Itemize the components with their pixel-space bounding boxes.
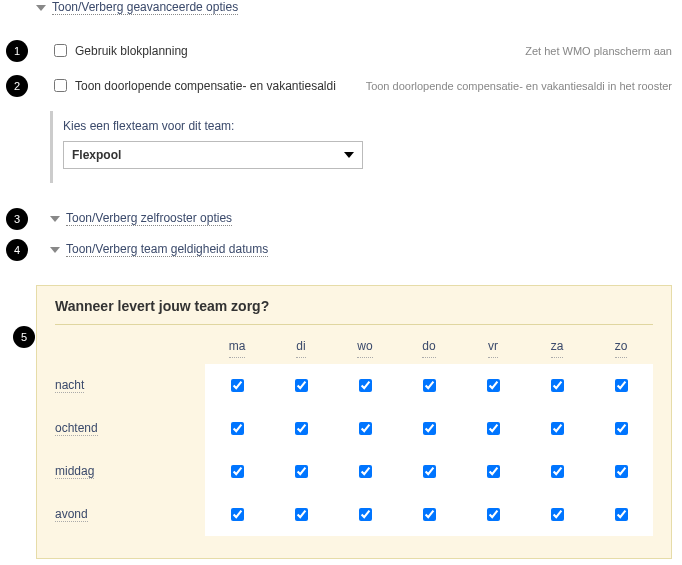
option-compensation: 2 Toon doorlopende compensatie- en vakan… xyxy=(0,68,682,103)
caret-down-icon xyxy=(36,5,46,11)
selfroster-toggle[interactable]: Toon/Verberg zelfrooster opties xyxy=(50,211,232,226)
cb-ochtend-ma[interactable] xyxy=(231,422,244,435)
period-nacht[interactable]: nacht xyxy=(55,378,84,393)
cb-middag-di[interactable] xyxy=(295,465,308,478)
block-planning-hint: Zet het WMO planscherm aan xyxy=(525,45,672,57)
day-header-za[interactable]: za xyxy=(551,335,564,358)
step-badge-5: 5 xyxy=(13,326,35,348)
cb-ochtend-vr[interactable] xyxy=(487,422,500,435)
chevron-down-icon xyxy=(344,152,354,158)
cb-ochtend-za[interactable] xyxy=(551,422,564,435)
day-header-ma[interactable]: ma xyxy=(229,335,246,358)
cb-nacht-wo[interactable] xyxy=(359,379,372,392)
cb-nacht-do[interactable] xyxy=(423,379,436,392)
option-block-planning: 1 Gebruik blokplanning Zet het WMO plans… xyxy=(0,33,682,68)
advanced-toggle-label: Toon/Verberg geavanceerde opties xyxy=(52,0,238,15)
day-header-di[interactable]: di xyxy=(296,335,305,358)
block-planning-checkbox[interactable] xyxy=(54,44,67,57)
cb-avond-di[interactable] xyxy=(295,508,308,521)
compensation-checkbox[interactable] xyxy=(54,79,67,92)
period-avond[interactable]: avond xyxy=(55,507,88,522)
advanced-toggle[interactable]: Toon/Verberg geavanceerde opties xyxy=(36,0,682,15)
cb-nacht-za[interactable] xyxy=(551,379,564,392)
selfroster-toggle-label: Toon/Verberg zelfrooster opties xyxy=(66,211,232,226)
care-schedule-panel: 5 Wanneer levert jouw team zorg? ma di w… xyxy=(36,285,672,559)
cb-middag-zo[interactable] xyxy=(615,465,628,478)
cb-middag-za[interactable] xyxy=(551,465,564,478)
period-middag[interactable]: middag xyxy=(55,464,94,479)
cb-avond-za[interactable] xyxy=(551,508,564,521)
compensation-label: Toon doorlopende compensatie- en vakanti… xyxy=(75,79,336,93)
cb-middag-wo[interactable] xyxy=(359,465,372,478)
step-badge-3: 3 xyxy=(6,208,28,230)
validity-toggle[interactable]: Toon/Verberg team geldigheid datums xyxy=(50,242,268,257)
cb-ochtend-do[interactable] xyxy=(423,422,436,435)
day-header-do[interactable]: do xyxy=(422,335,435,358)
day-header-zo[interactable]: zo xyxy=(615,335,628,358)
day-header-vr[interactable]: vr xyxy=(488,335,498,358)
cb-avond-zo[interactable] xyxy=(615,508,628,521)
step-badge-1: 1 xyxy=(6,40,28,62)
compensation-hint: Toon doorlopende compensatie- en vakanti… xyxy=(366,80,672,92)
cb-avond-do[interactable] xyxy=(423,508,436,521)
cb-nacht-zo[interactable] xyxy=(615,379,628,392)
cb-middag-vr[interactable] xyxy=(487,465,500,478)
panel-title: Wanneer levert jouw team zorg? xyxy=(55,298,653,325)
validity-toggle-label: Toon/Verberg team geldigheid datums xyxy=(66,242,268,257)
flexteam-select[interactable]: Flexpool xyxy=(63,141,363,169)
block-planning-label: Gebruik blokplanning xyxy=(75,44,188,58)
step-badge-2: 2 xyxy=(6,75,28,97)
cb-nacht-vr[interactable] xyxy=(487,379,500,392)
cb-avond-wo[interactable] xyxy=(359,508,372,521)
day-header-wo[interactable]: wo xyxy=(357,335,372,358)
cb-middag-ma[interactable] xyxy=(231,465,244,478)
cb-ochtend-wo[interactable] xyxy=(359,422,372,435)
validity-toggle-row: 4 Toon/Verberg team geldigheid datums xyxy=(0,234,682,265)
period-ochtend[interactable]: ochtend xyxy=(55,421,98,436)
caret-down-icon xyxy=(50,216,60,222)
step-badge-4: 4 xyxy=(6,239,28,261)
caret-down-icon xyxy=(50,247,60,253)
flexteam-value: Flexpool xyxy=(72,148,121,162)
flexteam-prompt: Kies een flexteam voor dit team: xyxy=(63,119,360,133)
cb-nacht-ma[interactable] xyxy=(231,379,244,392)
cb-ochtend-zo[interactable] xyxy=(615,422,628,435)
cb-avond-ma[interactable] xyxy=(231,508,244,521)
selfroster-toggle-row: 3 Toon/Verberg zelfrooster opties xyxy=(0,203,682,234)
cb-middag-do[interactable] xyxy=(423,465,436,478)
flexteam-block: Kies een flexteam voor dit team: Flexpoo… xyxy=(50,111,370,183)
cb-avond-vr[interactable] xyxy=(487,508,500,521)
schedule-grid: ma di wo do vr za zo nacht ochtend midda… xyxy=(55,335,653,536)
cb-nacht-di[interactable] xyxy=(295,379,308,392)
cb-ochtend-di[interactable] xyxy=(295,422,308,435)
